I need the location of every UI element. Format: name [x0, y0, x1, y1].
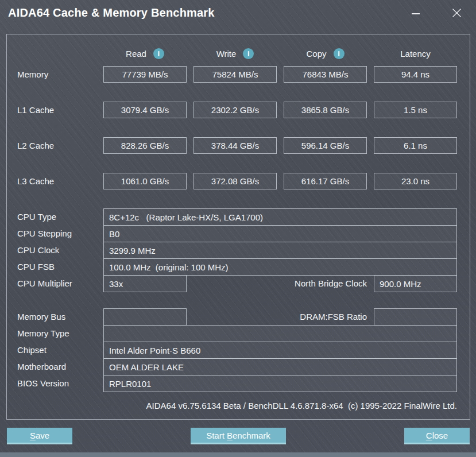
memory-type-value [103, 325, 457, 342]
l2-write-value: 378.44 GB/s [194, 137, 277, 154]
copy-header-label: Copy [306, 49, 326, 59]
memory-copy-value: 76843 MB/s [284, 66, 367, 83]
bios-version-value: RPLR0101 [103, 375, 457, 392]
l2-latency-value: 6.1 ns [374, 137, 457, 154]
dram-fsb-ratio-value [374, 308, 457, 326]
cpu-type-label: CPU Type [17, 208, 56, 226]
read-header-label: Read [126, 49, 146, 59]
cpu-clock-label: CPU Clock [17, 242, 59, 259]
close-button[interactable]: Close [404, 428, 470, 444]
column-header-write: Write i [194, 47, 277, 60]
title-bar: AIDA64 Cache & Memory Benchmark [0, 0, 476, 29]
chipset-value: Intel Alder Point-S B660 [103, 342, 457, 359]
column-header-read: Read i [103, 47, 187, 60]
cpu-stepping-value: B0 [103, 225, 457, 242]
row-label-l3-cache: L3 Cache [17, 173, 54, 189]
start-benchmark-button[interactable]: Start Benchmark [191, 428, 286, 444]
l1-latency-value: 1.5 ns [374, 102, 457, 118]
dram-fsb-ratio-label: DRAM:FSB Ratio [196, 308, 367, 326]
copy-info-icon[interactable]: i [334, 48, 345, 59]
row-label-memory: Memory [17, 66, 48, 83]
minimize-icon [412, 13, 420, 14]
chipset-label: Chipset [17, 342, 47, 359]
row-label-l2-cache: L2 Cache [17, 137, 54, 154]
l2-copy-value: 596.14 GB/s [284, 137, 367, 154]
memory-write-value: 75824 MB/s [194, 66, 277, 83]
l3-read-value: 1061.0 GB/s [103, 173, 187, 189]
window-title: AIDA64 Cache & Memory Benchmark [8, 6, 215, 20]
save-button[interactable]: Save [7, 428, 72, 444]
cpu-multiplier-label: CPU Multiplier [17, 275, 72, 292]
version-text: AIDA64 v6.75.6134 Beta / BenchDLL 4.6.87… [146, 401, 457, 410]
north-bridge-clock-value: 900.0 MHz [374, 275, 457, 292]
memory-read-value: 77739 MB/s [103, 66, 187, 83]
column-header-latency: Latency [374, 47, 457, 60]
write-info-icon[interactable]: i [243, 48, 254, 59]
column-header-copy: Copy i [284, 47, 367, 60]
cpu-clock-value: 3299.9 MHz [103, 242, 457, 259]
l2-read-value: 828.26 GB/s [103, 137, 187, 154]
window-bottom-edge [0, 452, 476, 457]
l1-copy-value: 3865.8 GB/s [284, 102, 367, 118]
l1-write-value: 2302.2 GB/s [194, 102, 277, 118]
cpu-type-value: 8C+12c (Raptor Lake-HX/S, LGA1700) [103, 208, 457, 226]
start-benchmark-button-label: Start Benchmark [206, 431, 270, 440]
l3-copy-value: 616.17 GB/s [284, 173, 367, 189]
minimize-button[interactable] [408, 7, 424, 21]
l3-write-value: 372.08 GB/s [194, 173, 277, 189]
north-bridge-clock-label: North Bridge Clock [196, 275, 367, 292]
write-header-label: Write [216, 49, 237, 59]
memory-type-label: Memory Type [17, 325, 69, 342]
bios-version-label: BIOS Version [17, 375, 69, 392]
read-info-icon[interactable]: i [153, 48, 164, 59]
motherboard-value: OEM ALDER LAKE [103, 358, 457, 375]
memory-bus-value [103, 308, 187, 326]
memory-latency-value: 94.4 ns [374, 66, 457, 83]
cpu-stepping-label: CPU Stepping [17, 225, 72, 242]
l1-read-value: 3079.4 GB/s [103, 102, 187, 118]
save-button-label: Save [30, 431, 49, 440]
cpu-multiplier-value: 33x [103, 275, 187, 292]
benchmark-panel: Read i Write i Copy i Latency Memory 777… [6, 34, 470, 420]
motherboard-label: Motherboard [17, 358, 66, 375]
close-button-label: Close [426, 431, 448, 440]
cpu-fsb-value: 100.0 MHz (original: 100 MHz) [103, 258, 457, 276]
l3-latency-value: 23.0 ns [374, 173, 457, 189]
row-label-l1-cache: L1 Cache [17, 102, 54, 118]
memory-bus-label: Memory Bus [17, 308, 65, 326]
latency-header-label: Latency [400, 49, 431, 59]
cpu-fsb-label: CPU FSB [17, 258, 55, 276]
close-window-button[interactable] [449, 5, 464, 20]
close-icon [452, 8, 462, 18]
